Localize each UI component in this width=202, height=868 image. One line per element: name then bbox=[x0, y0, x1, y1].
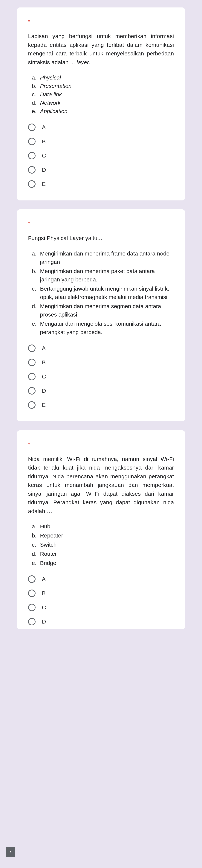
question-card-1: * Lapisan yang berfungsi untuk memberika… bbox=[17, 7, 185, 200]
option-letter: b. bbox=[32, 267, 40, 284]
option-text: Repeater bbox=[40, 531, 63, 540]
radio-option-d[interactable]: D bbox=[28, 387, 174, 395]
radio-label: B bbox=[42, 590, 46, 596]
radio-label: A bbox=[42, 576, 46, 582]
radio-option-c[interactable]: C bbox=[28, 373, 174, 380]
radio-circle-icon bbox=[28, 401, 35, 409]
option-item: e.Application bbox=[32, 107, 174, 115]
report-problem-button[interactable] bbox=[6, 847, 15, 857]
radio-option-e[interactable]: E bbox=[28, 401, 174, 409]
radio-circle-icon bbox=[28, 138, 35, 145]
question-text: Lapisan yang berfungsi untuk memberikan … bbox=[28, 32, 174, 67]
radio-label: E bbox=[42, 402, 46, 408]
option-item: c.Switch bbox=[32, 540, 174, 549]
required-marker: * bbox=[28, 19, 174, 25]
option-text: Router bbox=[40, 550, 57, 558]
option-letter: c. bbox=[32, 284, 40, 301]
radio-circle-icon bbox=[28, 344, 35, 352]
radio-circle-icon bbox=[28, 576, 35, 583]
radio-circle-icon bbox=[28, 590, 35, 597]
question-card-3: * Nida memiliki Wi-Fi di rumahnya, namun… bbox=[17, 430, 185, 629]
option-letter: c. bbox=[32, 90, 40, 98]
radio-option-b[interactable]: B bbox=[28, 359, 174, 366]
option-item: e.Bridge bbox=[32, 559, 174, 567]
option-item: c.Bertanggung jawab untuk mengirimkan si… bbox=[32, 284, 174, 301]
required-marker: * bbox=[28, 221, 174, 226]
options-list: a.Physical b.Presentation c.Data link d.… bbox=[28, 73, 174, 115]
radio-option-a[interactable]: A bbox=[28, 344, 174, 352]
option-letter: d. bbox=[32, 98, 40, 107]
option-text: Mengirimkan dan menerima paket data anta… bbox=[40, 267, 174, 284]
radio-circle-icon bbox=[28, 359, 35, 366]
radio-circle-icon bbox=[28, 166, 35, 174]
option-text: Bertanggung jawab untuk mengirimkan siny… bbox=[40, 284, 174, 301]
option-item: c.Data link bbox=[32, 90, 174, 98]
option-item: b.Presentation bbox=[32, 82, 174, 90]
required-marker: * bbox=[28, 441, 174, 447]
question-text-main: Lapisan yang berfungsi untuk memberikan … bbox=[28, 33, 174, 65]
option-letter: c. bbox=[32, 540, 40, 549]
radio-option-b[interactable]: B bbox=[28, 138, 174, 145]
radio-label: D bbox=[42, 167, 46, 173]
option-item: b.Repeater bbox=[32, 531, 174, 540]
option-letter: a. bbox=[32, 522, 40, 531]
radio-circle-icon bbox=[28, 604, 35, 611]
option-letter: d. bbox=[32, 550, 40, 558]
option-text: Data link bbox=[40, 90, 62, 98]
radio-label: D bbox=[42, 388, 46, 394]
radio-group: A B C D E bbox=[28, 124, 174, 188]
radio-circle-icon bbox=[28, 373, 35, 380]
radio-circle-icon bbox=[28, 387, 35, 395]
radio-option-d[interactable]: D bbox=[28, 166, 174, 174]
question-text: Fungsi Physical Layer yaitu... bbox=[28, 234, 174, 243]
radio-option-a[interactable]: A bbox=[28, 576, 174, 583]
option-letter: d. bbox=[32, 302, 40, 319]
radio-label: B bbox=[42, 138, 46, 145]
radio-label: E bbox=[42, 181, 46, 187]
radio-option-a[interactable]: A bbox=[28, 124, 174, 131]
option-text: Application bbox=[40, 107, 68, 115]
question-card-2: * Fungsi Physical Layer yaitu... a.Mengi… bbox=[17, 209, 185, 422]
radio-group: A B C D bbox=[28, 576, 174, 625]
option-item: a.Hub bbox=[32, 522, 174, 531]
option-letter: a. bbox=[32, 73, 40, 82]
option-letter: e. bbox=[32, 319, 40, 336]
radio-option-b[interactable]: B bbox=[28, 590, 174, 597]
option-letter: e. bbox=[32, 559, 40, 567]
question-text-italic: layer. bbox=[76, 59, 90, 65]
options-list: a.Mengirimkan dan menerima frame data an… bbox=[28, 249, 174, 336]
radio-option-c[interactable]: C bbox=[28, 152, 174, 159]
radio-label: A bbox=[42, 345, 46, 351]
radio-label: A bbox=[42, 124, 46, 130]
option-text: Switch bbox=[40, 540, 56, 549]
option-item: d.Router bbox=[32, 550, 174, 558]
option-letter: b. bbox=[32, 531, 40, 540]
radio-label: C bbox=[42, 373, 46, 380]
radio-label: C bbox=[42, 604, 46, 611]
radio-label: B bbox=[42, 359, 46, 366]
option-text: Network bbox=[40, 98, 60, 107]
option-item: d.Network bbox=[32, 98, 174, 107]
radio-option-e[interactable]: E bbox=[28, 180, 174, 188]
radio-label: D bbox=[42, 618, 46, 625]
option-text: Mengirimkan dan menerima segmen data ant… bbox=[40, 302, 174, 319]
option-text: Hub bbox=[40, 522, 50, 531]
radio-option-d[interactable]: D bbox=[28, 618, 174, 625]
option-text: Bridge bbox=[40, 559, 56, 567]
option-item: b.Mengirimkan dan menerima paket data an… bbox=[32, 267, 174, 284]
radio-label: C bbox=[42, 153, 46, 159]
options-list: a.Hub b.Repeater c.Switch d.Router e.Bri… bbox=[28, 522, 174, 567]
radio-group: A B C D E bbox=[28, 344, 174, 409]
radio-circle-icon bbox=[28, 124, 35, 131]
radio-circle-icon bbox=[28, 618, 35, 625]
radio-option-c[interactable]: C bbox=[28, 604, 174, 611]
exclamation-icon bbox=[8, 849, 13, 855]
option-item: d.Mengirimkan dan menerima segmen data a… bbox=[32, 302, 174, 319]
option-letter: a. bbox=[32, 249, 40, 266]
radio-circle-icon bbox=[28, 180, 35, 188]
option-item: a.Physical bbox=[32, 73, 174, 82]
option-item: a.Mengirimkan dan menerima frame data an… bbox=[32, 249, 174, 266]
option-text: Presentation bbox=[40, 82, 72, 90]
option-text: Mengirimkan dan menerima frame data anta… bbox=[40, 249, 174, 266]
option-letter: e. bbox=[32, 107, 40, 115]
